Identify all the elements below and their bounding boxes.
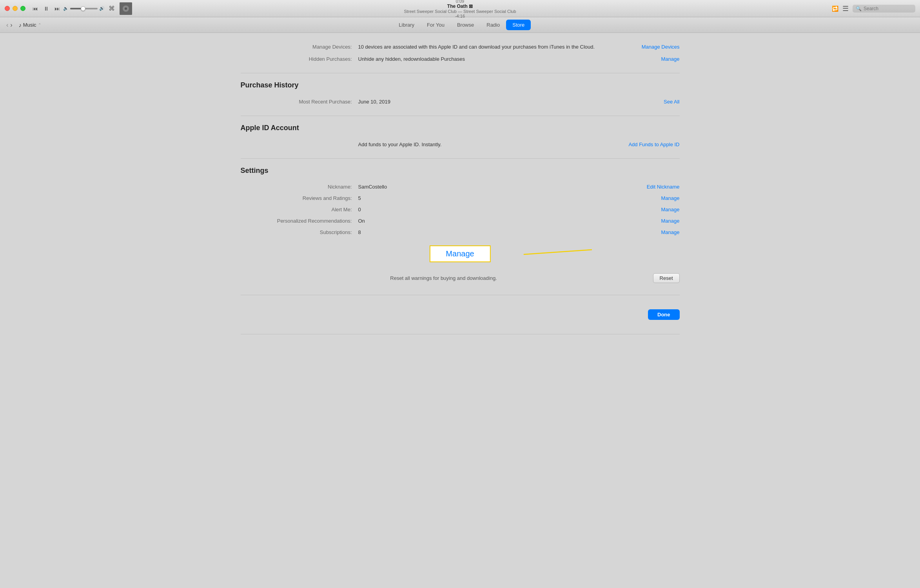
rewind-button[interactable]: ⏮ xyxy=(33,5,38,12)
settings-section: Settings Nickname: SamCostello Edit Nick… xyxy=(241,167,680,287)
reviews-label: Reviews and Ratings: xyxy=(241,195,358,201)
titlebar: ⏮ ⏸ ⏭ 🔈 🔊 ⌘ 0:09 The Oath ⊠ Street Sweep… xyxy=(0,0,920,17)
volume-low-icon: 🔈 xyxy=(63,6,69,11)
svg-point-2 xyxy=(125,7,127,10)
subscriptions-row: Subscriptions: 8 Manage xyxy=(241,227,680,238)
main-content: Manage Devices: 10 devices are associate… xyxy=(225,33,695,350)
music-selector[interactable]: ♪ Music ⌃ xyxy=(19,22,41,28)
tooltip-manage-label: Manage xyxy=(446,249,474,258)
tab-store[interactable]: Store xyxy=(506,20,531,30)
track-title: The Oath ⊠ xyxy=(447,4,473,9)
nickname-row: Nickname: SamCostello Edit Nickname xyxy=(241,181,680,192)
forward-button[interactable]: › xyxy=(10,22,12,29)
reviews-row: Reviews and Ratings: 5 Manage xyxy=(241,192,680,204)
tab-for-you[interactable]: For You xyxy=(421,20,451,30)
personalized-row: Personalized Recommendations: On Manage xyxy=(241,215,680,227)
tab-radio[interactable]: Radio xyxy=(480,20,506,30)
personalized-action[interactable]: Manage xyxy=(661,218,680,224)
nickname-label: Nickname: xyxy=(241,184,358,190)
alert-action[interactable]: Manage xyxy=(661,207,680,212)
titlebar-right: 🔁 ☰ 🔍 xyxy=(832,4,915,13)
reset-label: Reset all warnings for buying and downlo… xyxy=(241,275,647,281)
add-funds-value: Add funds to your Apple ID. Instantly. xyxy=(358,142,629,147)
volume-track[interactable] xyxy=(70,8,98,9)
back-button[interactable]: ‹ xyxy=(6,22,8,29)
add-funds-row: Add funds to your Apple ID. Instantly. A… xyxy=(241,138,680,151)
transport-controls: ⏮ ⏸ ⏭ xyxy=(33,5,60,12)
divider-4 xyxy=(241,295,680,295)
subscriptions-label: Subscriptions: xyxy=(241,229,358,235)
recent-purchase-value: June 10, 2019 xyxy=(358,99,664,105)
purchase-history-section: Purchase History Most Recent Purchase: J… xyxy=(241,81,680,108)
personalized-label: Personalized Recommendations: xyxy=(241,218,358,224)
done-button[interactable]: Done xyxy=(648,309,680,320)
search-input[interactable] xyxy=(864,6,912,11)
album-art xyxy=(120,2,132,15)
alert-label: Alert Me: xyxy=(241,207,358,212)
manage-devices-label: Manage Devices: xyxy=(241,44,358,50)
tab-library[interactable]: Library xyxy=(392,20,421,30)
manage-devices-row: Manage Devices: 10 devices are associate… xyxy=(241,41,680,53)
add-funds-action[interactable]: Add Funds to Apple ID xyxy=(628,142,679,147)
hidden-purchases-label: Hidden Purchases: xyxy=(241,56,358,62)
recent-purchase-label: Most Recent Purchase: xyxy=(241,99,358,105)
reviews-value: 5 xyxy=(358,195,661,201)
window-controls xyxy=(5,6,25,11)
play-pause-button[interactable]: ⏸ xyxy=(44,5,49,12)
divider-5 xyxy=(241,334,680,334)
hidden-purchases-action[interactable]: Manage xyxy=(661,56,680,62)
music-label: Music xyxy=(23,22,36,28)
reviews-action[interactable]: Manage xyxy=(661,195,680,201)
fast-forward-button[interactable]: ⏭ xyxy=(54,5,60,12)
reset-button[interactable]: Reset xyxy=(653,273,680,283)
nav-arrows: ‹ › xyxy=(6,22,13,29)
tooltip-manage-box: Manage xyxy=(429,245,490,262)
music-selector-arrow: ⌃ xyxy=(38,23,41,27)
queue-button[interactable]: ☰ xyxy=(842,4,849,13)
nav-tabs: Library For You Browse Radio Store xyxy=(392,20,531,30)
subscriptions-action[interactable]: Manage xyxy=(661,229,680,235)
minimize-button[interactable] xyxy=(13,6,18,11)
tooltip-wrapper: Manage xyxy=(241,238,680,269)
airplay-button[interactable]: ⌘ xyxy=(109,5,115,12)
volume-high-icon: 🔊 xyxy=(99,6,105,11)
maximize-button[interactable] xyxy=(20,6,25,11)
repeat-button[interactable]: 🔁 xyxy=(832,5,838,12)
settings-title: Settings xyxy=(241,167,680,175)
alert-value: 0 xyxy=(358,207,661,212)
manage-devices-section: Manage Devices: 10 devices are associate… xyxy=(241,41,680,65)
track-remaining: -4:16 xyxy=(455,14,465,18)
reset-row: Reset all warnings for buying and downlo… xyxy=(241,269,680,287)
track-elapsed: 0:09 xyxy=(456,0,464,4)
hidden-purchases-value: Unhide any hidden, redownloadable Purcha… xyxy=(358,56,661,62)
search-box[interactable]: 🔍 xyxy=(853,5,915,13)
music-icon: ♪ xyxy=(19,22,22,28)
personalized-value: On xyxy=(358,218,661,224)
apple-id-section: Apple ID Account Add funds to your Apple… xyxy=(241,124,680,151)
search-icon: 🔍 xyxy=(856,6,862,11)
edit-nickname-action[interactable]: Edit Nickname xyxy=(647,184,680,190)
track-info: 0:09 The Oath ⊠ Street Sweeper Social Cl… xyxy=(404,0,516,18)
divider-1 xyxy=(241,73,680,73)
tab-browse[interactable]: Browse xyxy=(451,20,480,30)
nickname-value: SamCostello xyxy=(358,184,647,190)
divider-2 xyxy=(241,116,680,116)
volume-slider[interactable]: 🔈 🔊 xyxy=(63,6,105,11)
alert-row: Alert Me: 0 Manage xyxy=(241,204,680,215)
manage-devices-value: 10 devices are associated with this Appl… xyxy=(358,44,642,50)
svg-line-3 xyxy=(523,250,592,254)
hidden-purchases-row: Hidden Purchases: Unhide any hidden, red… xyxy=(241,53,680,65)
see-all-action[interactable]: See All xyxy=(664,99,679,105)
manage-devices-action[interactable]: Manage Devices xyxy=(642,44,680,50)
track-artist: Street Sweeper Social Club — Street Swee… xyxy=(404,9,516,14)
subscriptions-value: 8 xyxy=(358,229,661,235)
navbar: ‹ › ♪ Music ⌃ Library For You Browse Rad… xyxy=(0,17,920,33)
done-row: Done xyxy=(241,303,680,326)
apple-id-title: Apple ID Account xyxy=(241,124,680,132)
close-button[interactable] xyxy=(5,6,10,11)
purchase-history-title: Purchase History xyxy=(241,81,680,89)
divider-3 xyxy=(241,158,680,159)
recent-purchase-row: Most Recent Purchase: June 10, 2019 See … xyxy=(241,96,680,108)
